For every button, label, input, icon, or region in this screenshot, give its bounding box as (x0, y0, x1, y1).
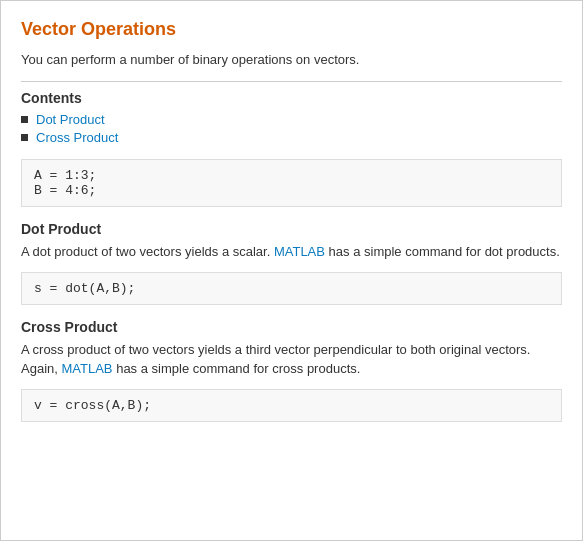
dot-product-text-before: A dot product of two vectors yields a sc… (21, 244, 274, 259)
code-block-dot: s = dot(A,B); (21, 272, 562, 305)
intro-text: You can perform a number of binary opera… (21, 52, 562, 67)
dot-product-description: A dot product of two vectors yields a sc… (21, 242, 562, 262)
dot-product-matlab-link[interactable]: MATLAB (274, 244, 325, 259)
list-item: Cross Product (21, 130, 562, 145)
dot-product-link[interactable]: Dot Product (36, 112, 105, 127)
code-block-cross: v = cross(A,B); (21, 389, 562, 422)
cross-product-title: Cross Product (21, 319, 562, 335)
contents-header: Contents (21, 90, 562, 106)
contents-divider (21, 81, 562, 82)
cross-product-text-after: has a simple command for cross products. (113, 361, 361, 376)
code-block-init: A = 1:3; B = 4:6; (21, 159, 562, 207)
page-title: Vector Operations (21, 19, 562, 40)
list-item: Dot Product (21, 112, 562, 127)
contents-list: Dot Product Cross Product (21, 112, 562, 145)
cross-product-matlab-link[interactable]: MATLAB (61, 361, 112, 376)
dot-product-text-after: has a simple command for dot products. (325, 244, 560, 259)
cross-product-link[interactable]: Cross Product (36, 130, 118, 145)
cross-product-description: A cross product of two vectors yields a … (21, 340, 562, 379)
bullet-icon (21, 134, 28, 141)
page-container: Vector Operations You can perform a numb… (0, 0, 583, 541)
bullet-icon (21, 116, 28, 123)
dot-product-title: Dot Product (21, 221, 562, 237)
